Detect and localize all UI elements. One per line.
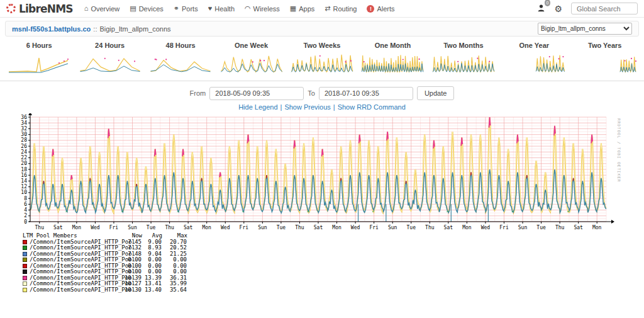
nav-right: 0 ⚙ (537, 3, 638, 14)
legend-row: /Common/ItemSourceAPI_HTTP_Pool0.000.000… (23, 269, 644, 275)
link-separator: | (280, 103, 282, 111)
legend-swatch (23, 270, 27, 274)
legend-column-avg: Avg (142, 233, 162, 239)
legend-value-avg: 0.00 (142, 269, 162, 275)
wifi-icon: ◠ (245, 5, 251, 12)
user-menu-button[interactable]: 0 (537, 3, 545, 14)
from-date-input[interactable] (209, 87, 304, 100)
device-link[interactable]: msnl-f550s1.battplus.co (12, 25, 91, 33)
nav-item-label: Alerts (377, 5, 394, 13)
svg-text:Thu: Thu (555, 225, 565, 230)
svg-text:32: 32 (21, 126, 27, 132)
svg-text:Tue: Tue (277, 225, 286, 230)
date-controls: From To Update (0, 86, 644, 100)
time-range-one-year[interactable]: One Year (499, 39, 569, 78)
svg-text:Mon: Mon (592, 225, 602, 230)
apps-icon: ▦ (290, 5, 296, 12)
nav-item-routing[interactable]: ⇄Routing (325, 5, 357, 13)
time-range-24-hours[interactable]: 24 Hours (74, 39, 145, 78)
time-range-one-month[interactable]: One Month (357, 39, 428, 78)
svg-text:34: 34 (21, 120, 27, 126)
home-icon: ⌂ (84, 5, 89, 12)
nav-item-label: Wireless (253, 5, 280, 13)
legend-swatch (23, 258, 27, 262)
mini-graph (77, 49, 143, 76)
nav-item-label: Apps (299, 5, 314, 13)
legend-value-avg: 13.41 (142, 281, 162, 287)
legend-value-avg: 13.40 (142, 287, 162, 293)
time-range-label: 24 Hours (74, 42, 145, 49)
show-previous-link[interactable]: Show Previous (284, 103, 330, 111)
settings-gear-icon[interactable]: ⚙ (554, 4, 562, 13)
svg-text:Wed: Wed (221, 225, 230, 230)
svg-text:Fri: Fri (369, 225, 379, 230)
svg-text:Sun: Sun (128, 225, 137, 230)
svg-text:0: 0 (24, 219, 27, 225)
graph-legend: LTM Pool MembersNowAvgMax/Common/ItemSou… (23, 233, 644, 293)
svg-text:30: 30 (21, 132, 27, 137)
from-label: From (190, 89, 206, 97)
svg-text:Sun: Sun (388, 225, 397, 230)
update-button[interactable]: Update (417, 86, 454, 100)
graph-type-select[interactable]: Bigip_ltm_allpm_conns (538, 23, 632, 35)
time-range-label: Two Years (570, 42, 640, 49)
svg-text:RRDTOOL / TOBI OETIKER: RRDTOOL / TOBI OETIKER (617, 118, 621, 182)
legend-value-max: 35.64 (162, 287, 187, 293)
time-range-two-weeks[interactable]: Two Weeks (287, 39, 357, 78)
server-icon: ▤ (130, 5, 136, 12)
graph-links: Hide Legend|Show Previous|Show RRD Comma… (0, 103, 644, 111)
svg-text:4: 4 (24, 207, 27, 213)
svg-text:Tue: Tue (407, 225, 416, 230)
svg-text:Sun: Sun (518, 225, 528, 230)
legend-row: /Common/ItemSourceAPI_HTTP_Pool10.3013.4… (23, 287, 644, 293)
user-icon (537, 4, 545, 12)
legend-value-max: 35.99 (162, 281, 187, 287)
hide-legend-link[interactable]: Hide Legend (238, 103, 277, 111)
link-separator: | (333, 103, 335, 111)
nav-item-apps[interactable]: ▦Apps (290, 5, 314, 13)
legend-series-label: /Common/ItemSourceAPI_HTTP_Pool (30, 287, 118, 293)
mini-graph (219, 49, 284, 76)
nav-item-health[interactable]: ♥Health (208, 5, 235, 13)
legend-swatch (23, 240, 27, 244)
legend-title: LTM Pool Members (23, 233, 118, 239)
svg-text:Mon: Mon (332, 225, 341, 230)
librenms-logo[interactable]: LibreNMS (6, 3, 73, 15)
svg-text:Thu: Thu (35, 225, 45, 230)
time-range-thumbnails: 6 Hours24 Hours48 HoursOne WeekTwo Weeks… (4, 39, 640, 78)
time-range-label: One Year (499, 42, 569, 49)
time-range-label: Two Weeks (287, 42, 357, 49)
legend-column-max: Max (162, 233, 187, 239)
nav-item-overview[interactable]: ⌂Overview (84, 5, 120, 13)
nav-item-wireless[interactable]: ◠Wireless (245, 5, 280, 13)
time-range-48-hours[interactable]: 48 Hours (145, 39, 216, 78)
time-range-6-hours[interactable]: 6 Hours (4, 39, 74, 78)
legend-value-max: 20.52 (162, 245, 187, 251)
time-range-label: Two Months (428, 42, 499, 49)
time-range-one-week[interactable]: One Week (216, 39, 286, 78)
global-search-input[interactable] (571, 3, 638, 14)
legend-swatch (23, 246, 27, 250)
svg-text:24: 24 (21, 149, 27, 155)
rrd-graph[interactable]: 024681012141618202224262830323436ThuSatM… (8, 113, 636, 233)
svg-text:Fri: Fri (109, 225, 119, 230)
show-rrd-command-link[interactable]: Show RRD Command (338, 103, 406, 111)
legend-swatch (23, 281, 27, 286)
svg-text:Thu: Thu (165, 225, 174, 230)
svg-text:Sat: Sat (314, 225, 323, 230)
nav-item-ports[interactable]: ⚭Ports (174, 5, 198, 13)
to-date-input[interactable] (319, 87, 413, 100)
navbar: LibreNMS ⌂Overview▤Devices⚭Ports♥Health◠… (0, 0, 644, 18)
nav-menu: ⌂Overview▤Devices⚭Ports♥Health◠Wireless▦… (84, 5, 395, 13)
mini-graph (572, 49, 638, 76)
svg-text:Sat: Sat (444, 225, 453, 230)
svg-text:8: 8 (24, 196, 27, 202)
nav-item-devices[interactable]: ▤Devices (130, 5, 164, 13)
nav-item-alerts[interactable]: !Alerts (367, 5, 394, 13)
svg-text:Mon: Mon (202, 225, 211, 230)
svg-text:26: 26 (21, 144, 27, 149)
time-range-label: One Month (357, 42, 428, 49)
time-range-two-years[interactable]: Two Years (570, 39, 640, 78)
time-range-two-months[interactable]: Two Months (428, 39, 499, 78)
mini-graph (501, 49, 567, 76)
